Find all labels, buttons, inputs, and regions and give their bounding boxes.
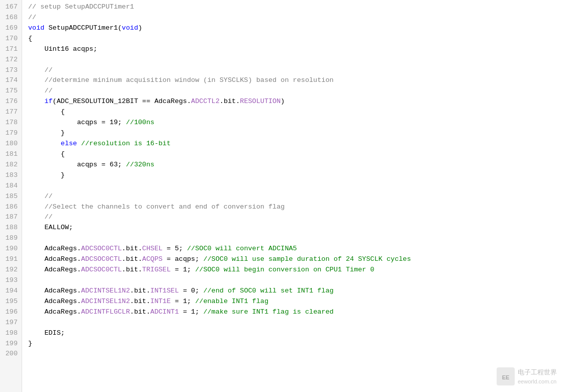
code-line: } (28, 170, 566, 181)
code-token: AdcaRegs. (28, 298, 81, 305)
code-token: //resolution is 16-bit (81, 140, 170, 147)
code-token: else (61, 140, 77, 147)
code-line: EDIS; (28, 328, 566, 339)
code-token: .bit. (130, 308, 151, 316)
code-line: AdcaRegs.ADCINTSEL1N2.bit.INT1SEL = 0; /… (28, 286, 566, 297)
code-line: AdcaRegs.ADCSOC0CTL.bit.ACQPS = acqps; /… (28, 254, 566, 265)
code-line: acqps = 63; //320ns (28, 160, 566, 170)
line-number: 170 (2, 34, 18, 44)
code-token: { (28, 150, 65, 158)
line-number: 190 (2, 244, 18, 254)
code-line: AdcaRegs.ADCSOC0CTL.bit.TRIGSEL = 1; //S… (28, 265, 566, 275)
code-line: EALLOW; (28, 223, 566, 233)
line-number: 173 (2, 65, 18, 76)
code-line: acqps = 19; //100ns (28, 118, 566, 128)
line-number: 179 (2, 128, 18, 139)
code-token: .bit. (130, 298, 151, 305)
code-line (28, 275, 566, 286)
code-container: 1671681691701711721731741751761771781791… (0, 0, 566, 392)
line-number: 195 (2, 297, 18, 307)
code-token: INT1E (150, 298, 171, 305)
code-token: SetupADCCPUTimer1( (44, 24, 122, 32)
line-number: 186 (2, 202, 18, 213)
code-token: // (28, 213, 53, 221)
line-number: 188 (2, 223, 18, 233)
code-line: { (28, 149, 566, 160)
code-token: .bit. (122, 245, 142, 252)
code-token: } (28, 171, 65, 179)
line-number: 198 (2, 328, 18, 339)
code-token: ADCSOC0CTL (81, 255, 122, 263)
line-number: 197 (2, 318, 18, 328)
line-number: 177 (2, 107, 18, 118)
code-token: ADCSOC0CTL (81, 266, 122, 273)
code-token: .bit. (220, 97, 240, 105)
line-number: 191 (2, 254, 18, 265)
line-number: 172 (2, 55, 18, 65)
code-token: if (44, 97, 52, 105)
code-token: Uint16 acqps; (28, 45, 98, 53)
code-line: if(ADC_RESOLUTION_12BIT == AdcaRegs.ADCC… (28, 96, 566, 107)
code-line: void SetupADCCPUTimer1(void) (28, 23, 566, 34)
code-token: = 1; (171, 266, 196, 273)
line-number: 193 (2, 275, 18, 286)
code-token: .bit. (130, 287, 151, 295)
code-token: .bit. (122, 255, 142, 263)
line-number: 181 (2, 149, 18, 160)
code-line: // (28, 191, 566, 202)
code-line: { (28, 34, 566, 44)
code-token: //Select the channels to convert and end… (28, 203, 285, 211)
code-token: ADCSOC0CTL (81, 245, 122, 252)
line-number: 189 (2, 233, 18, 244)
code-token: ADCINTSEL1N2 (81, 298, 130, 305)
code-token: ACQPS (142, 255, 163, 263)
line-number: 171 (2, 44, 18, 55)
code-line: // (28, 212, 566, 223)
code-line: AdcaRegs.ADCSOC0CTL.bit.CHSEL = 5; //SOC… (28, 244, 566, 254)
code-line: // setup SetupADCCPUTimer1 (28, 2, 566, 13)
code-token: AdcaRegs. (28, 266, 81, 273)
line-number: 167 (2, 2, 18, 13)
line-number: 174 (2, 75, 18, 86)
code-token: // (28, 66, 53, 74)
line-number: 168 (2, 13, 18, 23)
code-line (28, 181, 566, 191)
line-number: 196 (2, 307, 18, 318)
code-line (28, 318, 566, 328)
code-token: ADCINT1 (150, 308, 179, 316)
code-line (28, 233, 566, 244)
line-number: 176 (2, 96, 18, 107)
code-token: RESOLUTION (240, 97, 280, 105)
line-number: 169 (2, 23, 18, 34)
line-number: 180 (2, 139, 18, 149)
code-token: CHSEL (142, 245, 163, 252)
code-token: = 5; (162, 245, 187, 252)
code-token: (ADC_RESOLUTION_12BIT == AdcaRegs. (53, 97, 191, 105)
code-token: } (28, 340, 32, 347)
code-token: TRIGSEL (142, 266, 171, 273)
code-line: AdcaRegs.ADCINTSEL1N2.bit.INT1E = 1; //e… (28, 297, 566, 307)
code-token: // setup SetupADCCPUTimer1 (28, 3, 134, 11)
code-token: { (28, 108, 65, 116)
watermark-brand: 电子工程世界 (518, 367, 557, 377)
code-line (28, 349, 566, 359)
code-token: //make sure INT1 flag is cleared (203, 308, 333, 316)
line-number: 199 (2, 339, 18, 349)
code-token: acqps = 63; (28, 161, 126, 168)
code-token: //determine mininum acquisition window (… (28, 76, 334, 84)
code-token: EDIS; (28, 329, 65, 337)
code-token: void (28, 24, 44, 32)
code-token: = acqps; (162, 255, 203, 263)
code-token: { (28, 35, 32, 42)
code-token: AdcaRegs. (28, 287, 81, 295)
code-token: // (28, 87, 53, 94)
code-token: //SOC0 will use sample duration of 24 SY… (203, 255, 411, 263)
line-number: 187 (2, 212, 18, 223)
line-number: 182 (2, 160, 18, 170)
watermark-url: eeworld.com.cn (518, 377, 557, 386)
code-token: //320ns (126, 161, 154, 168)
line-numbers: 1671681691701711721731741751761771781791… (0, 0, 22, 392)
code-token: // (28, 192, 53, 200)
code-area[interactable]: // setup SetupADCCPUTimer1//void SetupAD… (22, 0, 566, 392)
code-token: AdcaRegs. (28, 245, 81, 252)
